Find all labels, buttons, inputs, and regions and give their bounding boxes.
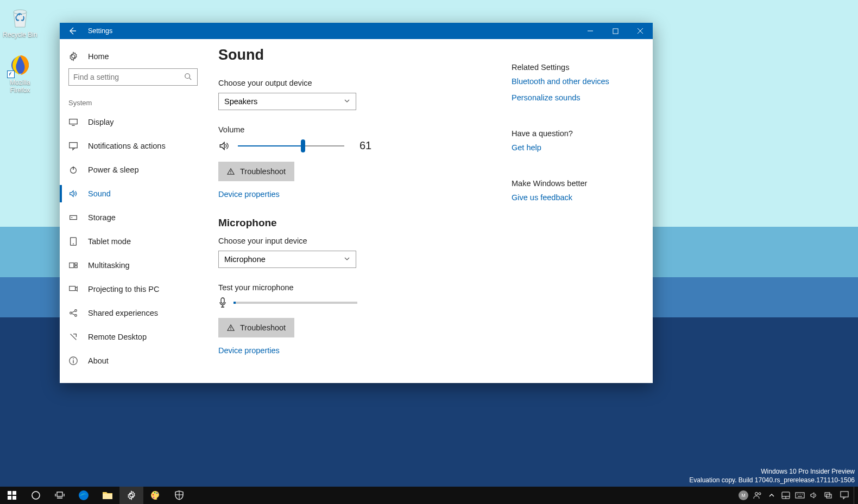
people-icon <box>753 491 762 500</box>
svg-point-31 <box>154 492 156 494</box>
link-give-feedback[interactable]: Give us feedback <box>512 193 653 202</box>
titlebar[interactable]: Settings <box>60 23 653 39</box>
related-pane: Related Settings Bluetooth and other dev… <box>512 47 653 383</box>
sidebar-item-label: Shared experiences <box>88 309 158 317</box>
tray-user-avatar[interactable]: M <box>736 487 750 504</box>
firefox-icon <box>8 53 32 77</box>
sidebar-item-label: Notifications & actions <box>88 142 166 150</box>
sidebar-item-display[interactable]: Display <box>60 110 206 134</box>
sidebar: Home System Display <box>60 39 206 383</box>
watermark-line1: Windows 10 Pro Insider Preview <box>689 467 855 476</box>
network-icon <box>824 492 832 499</box>
sidebar-section-label: System <box>60 90 206 110</box>
tray-keyboard[interactable] <box>793 487 807 504</box>
sidebar-item-remote-desktop[interactable]: Remote Desktop <box>60 325 206 349</box>
sidebar-item-tablet-mode[interactable]: Tablet mode <box>60 229 206 253</box>
sidebar-item-power-sleep[interactable]: Power & sleep <box>60 158 206 182</box>
edge-icon <box>78 489 90 501</box>
taskbar-app-defender[interactable] <box>167 487 191 504</box>
info-icon <box>68 356 78 366</box>
settings-window: Settings Home <box>60 23 653 383</box>
sidebar-item-notifications[interactable]: Notifications & actions <box>60 134 206 158</box>
search-box[interactable] <box>68 68 198 86</box>
svg-point-19 <box>73 359 74 360</box>
tray-touchpad[interactable] <box>779 487 793 504</box>
tray-volume[interactable] <box>807 487 821 504</box>
volume-value: 61 <box>359 139 371 152</box>
output-device-dropdown[interactable]: Speakers <box>218 93 356 110</box>
sidebar-item-projecting[interactable]: Projecting to this PC <box>60 277 206 301</box>
taskbar-app-explorer[interactable] <box>96 487 119 504</box>
show-desktop-button[interactable] <box>854 487 857 504</box>
touchpad-icon <box>781 492 790 499</box>
keyboard-icon <box>795 492 805 499</box>
svg-rect-37 <box>796 493 804 498</box>
search-icon <box>184 73 193 81</box>
volume-slider[interactable] <box>238 145 344 146</box>
action-center-icon <box>840 491 849 500</box>
notification-icon <box>68 141 78 151</box>
desktop: Recycle Bin Mozilla Firefox Settings <box>0 0 858 504</box>
sidebar-item-storage[interactable]: Storage <box>60 206 206 229</box>
taskbar-app-settings[interactable] <box>119 487 143 504</box>
taskbar-app-edge[interactable] <box>72 487 96 504</box>
tray-people[interactable] <box>750 487 765 504</box>
desktop-icon-recycle-bin[interactable]: Recycle Bin <box>0 5 40 39</box>
shortcut-overlay-icon <box>7 71 15 78</box>
palette-icon <box>150 490 161 501</box>
maximize-icon <box>613 28 619 34</box>
sidebar-item-sound[interactable]: Sound <box>60 182 206 206</box>
tray-network[interactable] <box>821 487 835 504</box>
projecting-icon <box>68 284 78 294</box>
link-bluetooth-devices[interactable]: Bluetooth and other devices <box>512 77 653 86</box>
svg-rect-24 <box>12 491 16 495</box>
sidebar-item-multitasking[interactable]: Multitasking <box>60 253 206 277</box>
task-view-button[interactable] <box>48 487 72 504</box>
multitasking-icon <box>68 260 78 270</box>
back-button[interactable] <box>60 23 85 39</box>
shared-icon <box>68 308 78 318</box>
slider-thumb[interactable] <box>301 139 305 152</box>
svg-point-20 <box>230 173 231 174</box>
svg-point-29 <box>79 490 89 500</box>
link-get-help[interactable]: Get help <box>512 143 653 152</box>
sidebar-home[interactable]: Home <box>60 44 206 68</box>
desktop-icon-firefox[interactable]: Mozilla Firefox <box>0 53 40 94</box>
output-device-properties-link[interactable]: Device properties <box>218 190 479 199</box>
cortana-button[interactable] <box>24 487 48 504</box>
taskbar-app-paint[interactable] <box>143 487 167 504</box>
link-personalize-sounds[interactable]: Personalize sounds <box>512 93 653 102</box>
speaker-icon[interactable] <box>218 140 230 152</box>
search-input[interactable] <box>73 73 184 81</box>
sidebar-item-label: About <box>88 356 109 365</box>
svg-rect-12 <box>75 263 78 265</box>
close-button[interactable] <box>628 23 653 39</box>
svg-point-15 <box>70 312 72 314</box>
close-icon <box>637 28 644 34</box>
troubleshoot-input-button[interactable]: Troubleshoot <box>218 318 294 337</box>
sidebar-item-about[interactable]: About <box>60 349 206 373</box>
input-device-properties-link[interactable]: Device properties <box>218 346 479 355</box>
sidebar-item-shared-experiences[interactable]: Shared experiences <box>60 301 206 325</box>
tray-action-center[interactable] <box>835 487 854 504</box>
start-button[interactable] <box>0 487 24 504</box>
sidebar-item-label: Display <box>88 118 114 126</box>
svg-rect-25 <box>8 496 11 500</box>
svg-point-16 <box>75 310 77 312</box>
minimize-button[interactable] <box>578 23 603 39</box>
tray-chevron-up[interactable] <box>765 487 779 504</box>
test-mic-label: Test your microphone <box>218 283 479 292</box>
maximize-button[interactable] <box>603 23 628 39</box>
troubleshoot-output-button[interactable]: Troubleshoot <box>218 162 294 181</box>
minimize-icon <box>587 28 594 34</box>
svg-point-8 <box>71 217 72 218</box>
svg-point-30 <box>153 494 154 496</box>
button-label: Troubleshoot <box>240 167 286 176</box>
input-device-value: Microphone <box>224 255 266 264</box>
sidebar-item-label: Power & sleep <box>88 165 139 174</box>
svg-point-17 <box>75 315 77 317</box>
volume-icon <box>810 491 818 500</box>
warning-icon <box>227 324 235 331</box>
volume-label: Volume <box>218 125 479 134</box>
input-device-dropdown[interactable]: Microphone <box>218 251 356 268</box>
